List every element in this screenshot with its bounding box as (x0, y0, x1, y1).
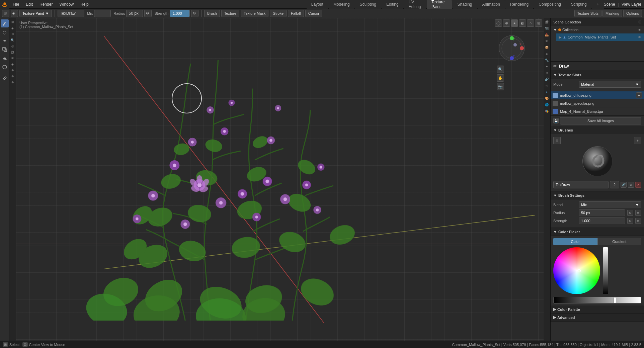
texture-btn[interactable]: Texture (221, 10, 239, 17)
brush-grid-toggle[interactable]: ⊞ (553, 137, 561, 144)
zoom-out-btn[interactable]: 🔍 (497, 66, 504, 73)
radius-icon-btn[interactable]: ⊙ (144, 10, 152, 17)
tab-scripting[interactable]: Scripting (566, 0, 591, 9)
lp-icon-6[interactable]: 🖼 (10, 50, 15, 55)
tab-texture-paint[interactable]: Texture Paint (427, 0, 452, 9)
shading-solid[interactable]: ● (511, 19, 518, 27)
radius-prop-value[interactable]: 50 px (579, 209, 625, 216)
blend-value-toolbar[interactable] (94, 10, 111, 17)
ri-icon-physics[interactable]: ⊕ (544, 70, 550, 76)
stroke-btn[interactable]: Stroke (270, 10, 287, 17)
falloff-btn[interactable]: Falloff (288, 10, 304, 17)
ri-icon-scene[interactable]: 🎬 (544, 19, 550, 25)
ri-icon-particle[interactable]: ✦ (544, 64, 550, 69)
lp-icon-4[interactable]: 🔍 (10, 37, 15, 43)
lp-icon-7[interactable]: 👁 (10, 56, 15, 61)
hue-handle[interactable] (614, 297, 616, 303)
lp-icon-11[interactable]: ⊛ (10, 80, 15, 85)
color-tab-gradient[interactable]: Gradient (597, 238, 642, 245)
tool-smear[interactable] (1, 37, 9, 45)
lp-icon-3[interactable]: ⚙ (10, 31, 15, 37)
options-btn[interactable]: Options (623, 10, 642, 17)
ri-icon-world[interactable]: 🌐 (544, 102, 550, 107)
brightness-bar[interactable] (603, 247, 608, 294)
menu-window[interactable]: Window (56, 0, 77, 9)
tool-fill[interactable] (1, 54, 9, 62)
mesh-eye[interactable]: 👁 (638, 35, 641, 39)
tool-mask[interactable] (1, 63, 9, 71)
texture-slot-1[interactable]: mallow_specular.png (551, 99, 644, 107)
ri-icon-output[interactable]: 📤 (544, 32, 550, 37)
outliner-item-mesh[interactable]: ▶ ▲ Common_Mallow_Plants_Set 👁 (556, 33, 644, 41)
ri-icon-shaderfx[interactable]: 🎨 (544, 96, 550, 101)
filter-icon[interactable]: ⊞ (638, 20, 641, 24)
mode-selector[interactable]: Texture Paint ▼ (19, 10, 52, 17)
brush-name-toolbar[interactable]: TexDraw (58, 10, 84, 17)
lp-icon-2[interactable]: ◈ (10, 25, 15, 31)
strength-pressure-btn[interactable]: ⊙ (627, 218, 633, 224)
strength-icon-btn[interactable]: ⊙ (191, 10, 198, 17)
texture-slots-section-header[interactable]: ▼ Texture Slots (551, 71, 644, 79)
radius-jitter-btn[interactable]: ⊘ (635, 210, 641, 216)
shading-material[interactable]: ◐ (519, 19, 526, 27)
tab-editing[interactable]: Editing (382, 0, 403, 9)
gizmo-toggle[interactable]: ⊕ (503, 19, 510, 27)
color-tab-color[interactable]: Color (553, 238, 597, 245)
color-palette-section-header[interactable]: ▶ Color Palette (551, 306, 644, 314)
lp-icon-8[interactable]: ◈ (10, 62, 15, 67)
brush-delete-btn[interactable]: ✕ (635, 182, 641, 188)
hand-tool-btn[interactable]: ✋ (497, 74, 504, 82)
mode-icon-2[interactable]: ◈ (11, 10, 18, 17)
scene-selector[interactable]: Scene (604, 2, 615, 7)
blend-prop-select[interactable]: Mix ▼ (579, 201, 641, 208)
texture-add-btn[interactable]: + (636, 92, 642, 98)
strength-value-toolbar[interactable]: 1.000 (170, 10, 190, 17)
menu-help[interactable]: Help (77, 0, 92, 9)
hue-bar[interactable] (553, 297, 641, 303)
advanced-section-header[interactable]: ▶ Advanced (551, 314, 644, 322)
collection-eye[interactable]: 👁 (638, 28, 641, 32)
texture-slot-0[interactable]: mallow_diffuse.png + (551, 91, 644, 99)
overlay-toggle[interactable]: ◯ (495, 19, 502, 27)
color-picker-section-header[interactable]: ▼ Color Picker (551, 228, 644, 236)
view-layer-selector[interactable]: View Layer (622, 2, 641, 7)
ri-icon-render[interactable]: 📷 (544, 26, 550, 31)
axis-nav-widget[interactable]: X Y Z (497, 33, 527, 63)
ri-icon-material[interactable]: ● (544, 89, 550, 95)
brush-name-field[interactable]: TexDraw (553, 181, 609, 188)
ri-icon-constraint[interactable]: 🔗 (544, 77, 550, 82)
brush-copy-btn[interactable]: ⊕ (628, 182, 634, 188)
color-wheel[interactable] (553, 247, 600, 294)
texture-slot-2[interactable]: Map_4_Normal_Bump.tga (551, 107, 644, 115)
radius-pressure-btn[interactable]: ⊙ (627, 210, 633, 216)
shading-render[interactable]: ○ (527, 19, 534, 27)
viewport[interactable]: User Perspective (1) Common_Mallow_Plant… (16, 18, 544, 341)
tab-sculpting[interactable]: Sculpting (355, 0, 381, 9)
masking-btn[interactable]: Masking (602, 10, 622, 17)
tool-annotate[interactable] (1, 74, 9, 82)
menu-edit[interactable]: Edit (22, 0, 36, 9)
brush-btn[interactable]: Brush (204, 10, 220, 17)
lp-icon-1[interactable]: ⊞ (10, 19, 15, 25)
tab-uv-editing[interactable]: UV Editing (404, 0, 426, 9)
brush-link-btn[interactable]: 🔗 (621, 182, 627, 188)
save-icon[interactable]: 💾 (553, 118, 559, 123)
strength-jitter-btn[interactable]: ⊘ (635, 218, 641, 224)
ri-icon-view[interactable]: 👁 (544, 38, 550, 44)
ri-icon-collection[interactable]: 📦 (544, 45, 550, 50)
tab-modeling[interactable]: Modeling (329, 0, 354, 9)
outliner-item-collection[interactable]: ▼ Collection 👁 (551, 26, 644, 33)
tool-draw[interactable] (1, 19, 9, 27)
menu-file[interactable]: File (9, 0, 22, 9)
tab-rendering[interactable]: Rendering (505, 0, 533, 9)
blender-logo[interactable] (0, 0, 9, 9)
cursor-btn[interactable]: Cursor (305, 10, 322, 17)
tool-clone[interactable] (1, 46, 9, 54)
lp-icon-5[interactable]: ◎ (10, 44, 15, 49)
tab-compositing[interactable]: Compositing (534, 0, 566, 9)
tab-add[interactable]: + (592, 0, 604, 9)
color-picker-dot[interactable] (577, 269, 581, 272)
texture-mask-btn[interactable]: Texture Mask (241, 10, 268, 17)
ri-icon-modifier[interactable]: 🔧 (544, 58, 550, 63)
radius-value-toolbar[interactable]: 50 px (126, 10, 143, 17)
